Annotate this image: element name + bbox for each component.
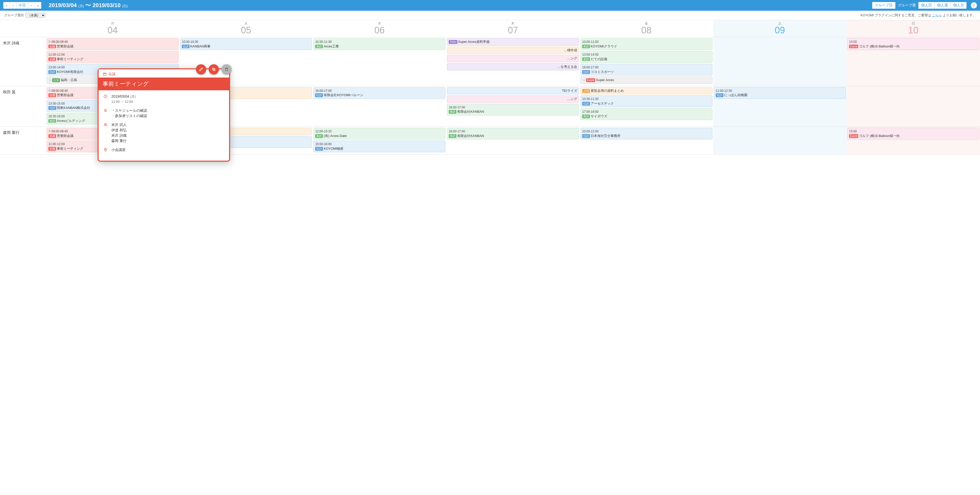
event-time: 11:00-12:30 <box>716 89 732 93</box>
event-card[interactable]: …を考える会 <box>447 63 579 71</box>
popup-copy-button[interactable] <box>209 64 219 75</box>
event-tag: 会議 <box>48 93 56 97</box>
day-cell[interactable]: 16:00-17:00来訪有限会社KANBAN <box>446 127 580 154</box>
day-number: 05 <box>180 26 313 35</box>
user-name-cell[interactable]: 秋田 翼 <box>0 86 46 126</box>
event-card[interactable]: ↔EventSuper Arces <box>581 77 713 84</box>
event-text: ゴルフ (株)S-Balloon様一向 <box>859 134 900 138</box>
day-cell[interactable]: ToDoSuper Arces資料準備…積作成…ング…を考える会 <box>446 37 580 86</box>
popup-edit-button[interactable] <box>196 64 206 75</box>
event-card[interactable]: TEIライズ <box>447 87 579 94</box>
subbar: グループ選択 （全員） KOYOMI プラグインに関するご意見、ご要望は こちら… <box>0 11 980 20</box>
users-icon <box>103 122 108 128</box>
popup-title: 事前ミーティング <box>99 78 229 90</box>
event-card[interactable]: 11:00-12:30往訪にっぽん幼稚園 <box>714 87 846 99</box>
event-text: 営業部会議 <box>57 134 73 138</box>
popup-location: 小会議室 <box>111 147 126 153</box>
day-cell[interactable] <box>713 37 847 86</box>
view-switcher: グループ日グループ週個人日個人週個人月 <box>872 2 967 9</box>
event-card[interactable]: 10:30-11:30来訪Arces工業 <box>313 38 445 50</box>
day-cell[interactable]: 10:00-12:00往訪日本海社労士事務所 <box>580 127 713 154</box>
day-header: 金08 <box>580 20 713 37</box>
event-card[interactable]: 16:00-17:00往訪コヨミスポーツ <box>581 64 713 75</box>
event-text: 日本海社労士事務所 <box>591 134 620 138</box>
event-time: 17:00-18:00 <box>582 110 598 113</box>
user-name-cell[interactable]: 森岡 重行 <box>0 127 46 154</box>
day-cell[interactable]: 10:30-11:30来訪Arces工業 <box>313 37 446 86</box>
day-cell[interactable]: 13:00Eventゴルフ (株)S-Balloon様一向 <box>846 127 980 154</box>
nav-first-button[interactable]: « <box>3 2 10 9</box>
event-card[interactable]: 12:00-13:15来訪(有) Arces-Date <box>313 128 445 139</box>
day-cell[interactable]: TEIライズ…ング16:00-17:00来訪有限会社KANBAN <box>446 86 580 126</box>
event-card[interactable]: 13:00-14:00来訪だての設備 <box>581 51 713 63</box>
event-time: 16:00-17:00 <box>449 129 465 133</box>
view-button-3[interactable]: 個人週 <box>935 2 951 9</box>
event-tag: 来訪 <box>449 134 457 138</box>
day-cell[interactable]: 16:00-17:00往訪有限会社KOYOMIバルーン <box>313 86 446 126</box>
nav-last-button[interactable]: » <box>35 2 41 9</box>
nav-today-button[interactable]: 今日 <box>17 2 28 9</box>
event-text: 展覧会用の資料まとめ <box>591 89 624 93</box>
event-card[interactable]: 10:30-11:30往訪アーセステック <box>581 95 713 107</box>
event-card[interactable]: …ング <box>447 95 579 103</box>
event-card[interactable]: 13:00Eventゴルフ (株)S-Balloon様一向 <box>847 38 979 50</box>
event-card[interactable]: ToDoSuper Arces資料準備 <box>447 38 579 46</box>
event-tag: 会議 <box>48 134 56 138</box>
day-number: 08 <box>580 26 713 35</box>
group-select[interactable]: （全員） <box>25 13 45 18</box>
popup-attendee-item: 森岡 重行 <box>111 138 127 144</box>
day-cell[interactable]: 13:00Eventゴルフ (株)S-Balloon様一向 <box>846 37 980 86</box>
day-cell[interactable]: 〆切展覧会用の資料まとめ10:30-11:30往訪アーセステック17:00-18… <box>580 86 713 126</box>
nav-next-button[interactable]: › <box>28 2 35 9</box>
event-text: …を考える会 <box>557 65 577 69</box>
event-card[interactable]: 16:00-17:00来訪有限会社KANBAN <box>447 104 579 115</box>
event-card[interactable]: 16:00-17:00来訪有限会社KANBAN <box>447 128 579 139</box>
popup-attendees: 米沢 武人伊達 和弘米沢 詩織森岡 重行 <box>111 122 127 144</box>
nav-prev-button[interactable]: ‹ <box>10 2 17 9</box>
event-card[interactable]: …積作成 <box>447 47 579 54</box>
event-text: にっぽん幼稚園 <box>724 93 747 97</box>
user-name-cell[interactable]: 米沢 詩織 <box>0 37 46 86</box>
event-tag: 来訪 <box>315 45 323 48</box>
range-from-dow: (月) <box>78 4 84 8</box>
day-cell[interactable] <box>713 127 847 154</box>
event-card[interactable]: 10:00-12:00往訪日本海社労士事務所 <box>581 128 713 139</box>
day-cell[interactable]: 12:00-13:15来訪(有) Arces-Date15:00-16:00往訪… <box>313 127 446 154</box>
event-text: 営業部会議 <box>57 45 73 48</box>
day-cell[interactable] <box>846 86 980 126</box>
event-tag: 会議 <box>48 45 56 48</box>
view-button-1[interactable]: グループ週 <box>896 2 919 9</box>
event-tag: 来訪 <box>582 57 590 61</box>
popup-attendee-item: 伊達 和弘 <box>111 128 127 133</box>
event-time: 11:00-12:00 <box>48 142 65 146</box>
day-number: 07 <box>446 26 580 35</box>
event-card[interactable]: 17:00-18:00来訪サイボウズ <box>581 108 713 120</box>
list-icon <box>103 108 108 113</box>
event-card[interactable]: 〆切展覧会用の資料まとめ <box>581 87 713 94</box>
span-arrows-icon: ↔ <box>582 78 585 82</box>
event-card[interactable]: 10:00-10:30往訪KANBAN商事 <box>180 38 312 50</box>
view-button-4[interactable]: 個人月 <box>951 2 967 9</box>
view-button-0[interactable]: グループ日 <box>872 2 896 9</box>
event-card[interactable]: 11:00-12:00会議事前ミーティング <box>47 51 179 63</box>
event-card[interactable]: 10:00-11:00来訪KOYOMIクラウド <box>581 38 713 50</box>
day-cell[interactable]: 10:00-11:00来訪KOYOMIクラウド13:00-14:00来訪だての設… <box>580 37 713 86</box>
event-card[interactable]: ↻09:00-09:45会議営業部会議 <box>47 38 179 50</box>
event-card[interactable]: 13:00Eventゴルフ (株)S-Balloon様一向 <box>847 128 979 139</box>
popup-delete-button[interactable] <box>221 64 232 75</box>
info-icon[interactable]: i <box>971 2 977 8</box>
event-text: Super Arces資料準備 <box>458 40 490 44</box>
event-time: 13:00-14:00 <box>48 65 65 69</box>
event-tag: 往訪 <box>582 102 590 105</box>
pin-icon <box>103 147 108 153</box>
feedback-link[interactable]: こちら <box>932 13 942 17</box>
day-cell[interactable]: 11:00-12:30往訪にっぽん幼稚園 <box>713 86 847 126</box>
event-text: 事前ミーティング <box>57 57 83 61</box>
popup-body: 2019/03/04 (月) 11:00 ～ 12:00 ・スケジュールの確認・… <box>99 90 229 155</box>
event-card[interactable]: 16:00-17:00往訪有限会社KOYOMIバルーン <box>313 87 445 99</box>
view-button-2[interactable]: 個人日 <box>919 2 935 9</box>
event-card[interactable]: …ング <box>447 55 579 62</box>
event-time: 09:00-09:45 <box>51 40 68 44</box>
event-card[interactable]: 15:00-16:00往訪KOYOMI物産 <box>313 141 445 152</box>
popup-attendee-item: 米沢 武人 <box>111 122 127 128</box>
